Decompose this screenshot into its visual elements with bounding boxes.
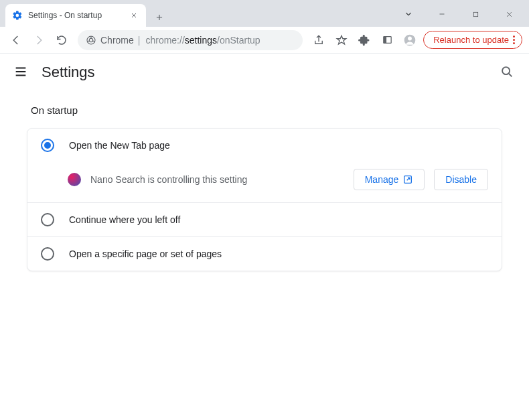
- reload-button[interactable]: [52, 31, 71, 50]
- radio-unselected[interactable]: [41, 247, 54, 261]
- sidepanel-icon[interactable]: [378, 31, 396, 50]
- bookmark-icon[interactable]: [332, 31, 351, 50]
- address-bar[interactable]: Chrome | chrome://settings/onStartup: [78, 30, 303, 50]
- radio-unselected[interactable]: [41, 213, 54, 226]
- option-continue[interactable]: Continue where you left off: [27, 203, 502, 236]
- option-label: Open the New Tab page: [69, 140, 170, 151]
- close-tab-icon[interactable]: [129, 10, 139, 21]
- radio-selected[interactable]: [41, 139, 54, 152]
- option-label: Open a specific page or set of pages: [69, 249, 222, 259]
- relaunch-update-button[interactable]: Relaunch to update: [423, 31, 522, 49]
- back-button[interactable]: [7, 31, 25, 50]
- tab-title: Settings - On startup: [28, 11, 123, 20]
- profile-icon[interactable]: [400, 31, 419, 50]
- svg-point-6: [408, 36, 412, 40]
- extension-icon: [68, 173, 81, 186]
- svg-rect-0: [473, 12, 477, 16]
- close-window-button[interactable]: [494, 3, 524, 25]
- settings-content: On startup Open the New Tab page Nano Se…: [0, 91, 529, 285]
- manage-button[interactable]: Manage: [354, 169, 425, 190]
- browser-toolbar: Chrome | chrome://settings/onStartup Rel…: [0, 27, 529, 54]
- maximize-button[interactable]: [461, 3, 490, 25]
- svg-point-7: [502, 67, 510, 74]
- url-text: chrome://settings/onStartup: [145, 35, 260, 46]
- chevron-down-icon[interactable]: [394, 3, 423, 25]
- open-external-icon: [402, 174, 413, 185]
- disable-button[interactable]: Disable: [434, 169, 488, 190]
- option-new-tab[interactable]: Open the New Tab page: [27, 129, 502, 162]
- option-label: Continue where you left off: [69, 214, 180, 225]
- share-icon[interactable]: [309, 31, 328, 50]
- window-titlebar: Settings - On startup: [0, 0, 529, 27]
- menu-icon[interactable]: [13, 64, 29, 80]
- extension-message: Nano Search is controlling this setting: [90, 174, 344, 185]
- separator: |: [138, 35, 141, 46]
- extensions-icon[interactable]: [355, 31, 374, 50]
- minimize-button[interactable]: [427, 3, 457, 25]
- svg-point-2: [89, 38, 92, 42]
- startup-options-card: Open the New Tab page Nano Search is con…: [27, 128, 502, 271]
- svg-rect-4: [384, 37, 386, 44]
- browser-tab[interactable]: Settings - On startup: [5, 4, 146, 27]
- page-title: Settings: [42, 64, 95, 81]
- settings-header: Settings: [0, 54, 529, 91]
- window-controls: [394, 1, 524, 27]
- update-label: Relaunch to update: [433, 35, 509, 45]
- search-icon[interactable]: [500, 64, 516, 80]
- section-title: On startup: [27, 104, 502, 116]
- site-label: Chrome: [100, 35, 134, 46]
- extension-notice: Nano Search is controlling this setting …: [27, 162, 502, 202]
- forward-button[interactable]: [29, 31, 48, 50]
- menu-dots-icon: [513, 36, 515, 44]
- gear-icon: [12, 10, 23, 21]
- site-info[interactable]: Chrome |: [86, 35, 140, 46]
- new-tab-button[interactable]: [150, 8, 169, 27]
- option-specific-pages[interactable]: Open a specific page or set of pages: [27, 237, 502, 271]
